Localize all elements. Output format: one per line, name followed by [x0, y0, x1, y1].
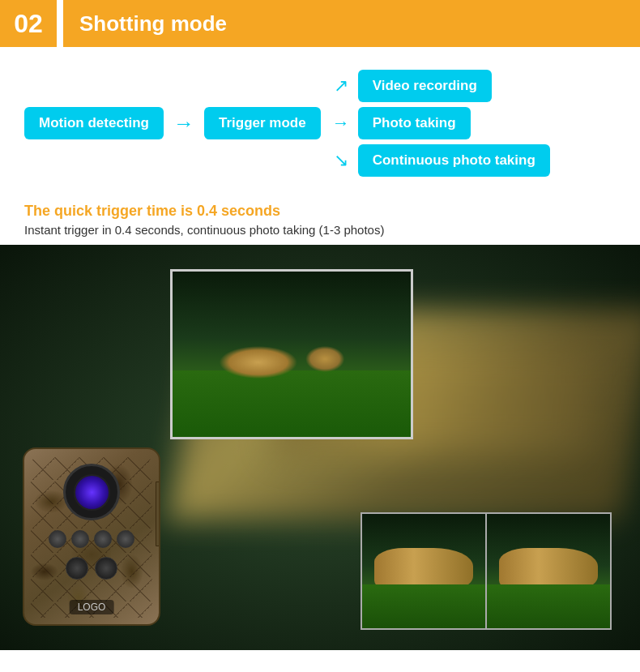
- image-section: LOGO: [0, 245, 640, 650]
- strip-frame-1: [362, 514, 487, 628]
- ir-dot-2: [71, 530, 89, 548]
- ir-dot-3: [94, 530, 112, 548]
- header-title-block: Shotting mode: [63, 0, 640, 47]
- diagram-flow: Motion detecting → Trigger mode ↗ Video …: [24, 70, 616, 177]
- ir-dot-1: [49, 530, 66, 548]
- photo-taking-badge: Photo taking: [358, 107, 471, 139]
- arrow-fork-up: ↗: [332, 75, 350, 96]
- strip-inner-1: [362, 514, 485, 628]
- cheetah-main-image: [173, 272, 411, 437]
- page-title: Shotting mode: [79, 11, 227, 36]
- sensor-dot-2: [95, 557, 117, 580]
- motion-detecting-badge: Motion detecting: [24, 107, 164, 139]
- diagram-section: Motion detecting → Trigger mode ↗ Video …: [0, 47, 640, 191]
- camera-lens: [63, 464, 120, 520]
- info-section: The quick trigger time is 0.4 seconds In…: [0, 191, 640, 245]
- arrow-fork-down: ↘: [332, 150, 350, 171]
- triple-photo-strip: [361, 512, 612, 630]
- trigger-mode-badge: Trigger mode: [204, 107, 321, 139]
- camera-logo: LOGO: [70, 600, 114, 614]
- strip-grass-2: [487, 584, 610, 628]
- outcome-row-photo: → Photo taking: [332, 107, 550, 139]
- outcomes-block: ↗ Video recording → Photo taking ↘ Conti…: [332, 70, 550, 177]
- header-bar: 02 Shotting mode: [0, 0, 640, 47]
- grass-main: [173, 370, 411, 437]
- ir-sensors-row: [49, 530, 134, 548]
- lens-inner: [74, 474, 110, 511]
- bottom-sensors: [66, 557, 117, 580]
- strip-grass-1: [362, 584, 485, 628]
- camera-device: LOGO: [23, 447, 164, 634]
- video-recording-badge: Video recording: [358, 70, 492, 102]
- outcome-row-video: ↗ Video recording: [332, 70, 550, 102]
- camera-clip: [156, 482, 160, 546]
- trigger-time-highlight: The quick trigger time is 0.4 seconds: [24, 203, 616, 220]
- ir-dot-4: [117, 530, 134, 548]
- arrow-1: →: [173, 111, 194, 136]
- arrow-fork-mid: →: [332, 113, 350, 134]
- strip-frame-2: [487, 514, 610, 628]
- section-number: 02: [0, 0, 57, 47]
- camera-body: LOGO: [23, 447, 160, 626]
- strip-inner-2: [487, 514, 610, 628]
- continuous-photo-badge: Continuous photo taking: [358, 144, 550, 177]
- sensor-dot-1: [66, 557, 88, 580]
- outcome-row-continuous: ↘ Continuous photo taking: [332, 144, 550, 177]
- main-photo-frame: [170, 269, 413, 439]
- trigger-time-description: Instant trigger in 0.4 seconds, continuo…: [24, 223, 616, 237]
